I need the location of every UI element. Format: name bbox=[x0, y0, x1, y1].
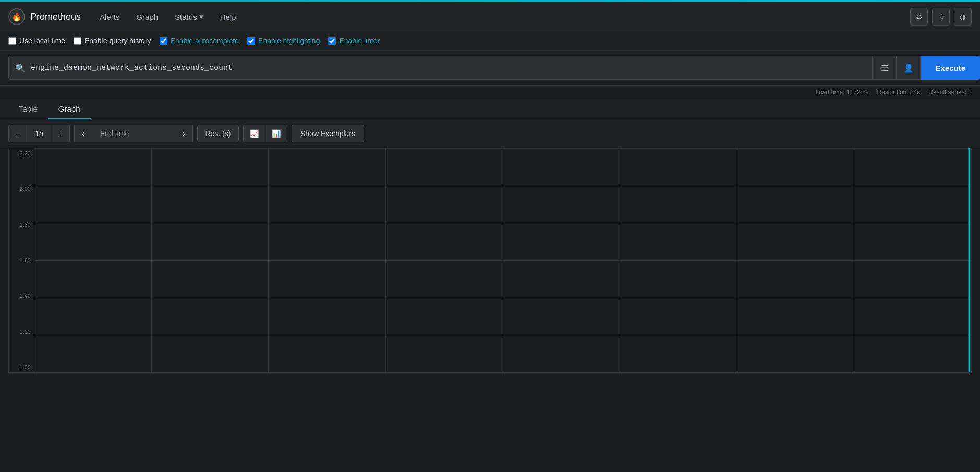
duration-group: − + bbox=[8, 125, 70, 142]
settings-button[interactable]: ⚙ bbox=[910, 8, 928, 26]
stacked-chart-icon: 📊 bbox=[272, 129, 281, 138]
line-chart-icon: 📈 bbox=[250, 129, 259, 138]
chart-area: 2.20 2.00 1.80 1.60 1.40 1.20 1.00 bbox=[8, 148, 972, 373]
enable-autocomplete-input[interactable] bbox=[160, 37, 167, 45]
query-history-button[interactable]: ☰ bbox=[873, 56, 897, 80]
history-icon: ☰ bbox=[881, 63, 888, 73]
y-label-160: 1.60 bbox=[12, 257, 31, 263]
search-row: 🔍 ☰ 👤 Execute bbox=[0, 51, 980, 86]
nav-help[interactable]: Help bbox=[214, 8, 243, 26]
gear-icon: ⚙ bbox=[916, 13, 923, 21]
search-actions: ☰ 👤 Execute bbox=[873, 56, 980, 80]
decrease-duration-button[interactable]: − bbox=[8, 125, 26, 142]
tab-table[interactable]: Table bbox=[8, 99, 48, 119]
enable-query-history-label: Enable query history bbox=[84, 37, 151, 45]
moon-icon: ☽ bbox=[938, 13, 945, 21]
main-content: Load time: 1172ms Resolution: 14s Result… bbox=[0, 86, 980, 373]
result-series-stat: Result series: 3 bbox=[928, 89, 972, 96]
brand-name: Prometheus bbox=[30, 11, 81, 22]
enable-linter-label: Enable linter bbox=[339, 37, 380, 45]
enable-highlighting-input[interactable] bbox=[247, 37, 255, 45]
enable-linter-input[interactable] bbox=[328, 37, 336, 45]
chart-y-axis: 2.20 2.00 1.80 1.60 1.40 1.20 1.00 bbox=[9, 148, 34, 372]
show-exemplars-button[interactable]: Show Exemplars bbox=[292, 125, 364, 142]
tabs-container: Table Graph bbox=[0, 99, 980, 119]
load-time-stat: Load time: 1172ms bbox=[816, 89, 869, 96]
enable-linter-checkbox[interactable]: Enable linter bbox=[328, 37, 380, 45]
use-local-time-label: Use local time bbox=[19, 37, 65, 45]
y-label-200: 2.00 bbox=[12, 186, 31, 192]
use-local-time-input[interactable] bbox=[8, 37, 16, 45]
resolution-stat: Resolution: 14s bbox=[877, 89, 921, 96]
y-label-140: 1.40 bbox=[12, 293, 31, 299]
chart-grid bbox=[34, 148, 971, 372]
enable-highlighting-checkbox[interactable]: Enable highlighting bbox=[247, 37, 320, 45]
enable-autocomplete-label: Enable autocomplete bbox=[171, 37, 239, 45]
prev-time-button[interactable]: ‹ bbox=[74, 125, 92, 142]
brand: 🔥 Prometheus bbox=[8, 8, 81, 25]
user-icon: 👤 bbox=[903, 63, 914, 73]
y-label-220: 2.20 bbox=[12, 150, 31, 156]
navbar: 🔥 Prometheus Alerts Graph Status ▾ Help … bbox=[0, 2, 980, 31]
duration-input[interactable] bbox=[26, 125, 52, 142]
y-label-120: 1.20 bbox=[12, 329, 31, 335]
chevron-down-icon: ▾ bbox=[199, 12, 203, 21]
nav-alerts[interactable]: Alerts bbox=[93, 8, 126, 26]
contrast-icon: ◑ bbox=[960, 13, 966, 21]
next-time-button[interactable]: › bbox=[175, 125, 193, 142]
metrics-explorer-button[interactable]: 👤 bbox=[897, 56, 921, 80]
search-icon: 🔍 bbox=[15, 63, 26, 73]
use-local-time-checkbox[interactable]: Use local time bbox=[8, 37, 65, 45]
brand-logo: 🔥 bbox=[8, 8, 25, 25]
enable-query-history-checkbox[interactable]: Enable query history bbox=[74, 37, 151, 45]
y-label-180: 1.80 bbox=[12, 222, 31, 228]
chart-type-group: 📈 📊 bbox=[243, 125, 287, 142]
stacked-chart-button[interactable]: 📊 bbox=[265, 125, 287, 142]
nav-status[interactable]: Status ▾ bbox=[168, 8, 210, 26]
end-time-display[interactable]: End time bbox=[92, 125, 175, 142]
nav-right: ⚙ ☽ ◑ bbox=[910, 8, 972, 26]
nav-graph[interactable]: Graph bbox=[130, 8, 164, 26]
theme-moon-button[interactable]: ☽ bbox=[932, 8, 950, 26]
enable-query-history-input[interactable] bbox=[74, 37, 81, 45]
resolution-button[interactable]: Res. (s) bbox=[197, 125, 239, 142]
theme-contrast-button[interactable]: ◑ bbox=[954, 8, 972, 26]
line-chart-button[interactable]: 📈 bbox=[243, 125, 265, 142]
y-label-100: 1.00 bbox=[12, 364, 31, 370]
search-container: 🔍 bbox=[8, 56, 873, 80]
toolbar-row: Use local time Enable query history Enab… bbox=[0, 31, 980, 51]
tab-graph[interactable]: Graph bbox=[48, 99, 91, 119]
time-range-group: ‹ End time › bbox=[74, 125, 193, 142]
increase-duration-button[interactable]: + bbox=[52, 125, 70, 142]
result-stats: Load time: 1172ms Resolution: 14s Result… bbox=[0, 86, 980, 99]
chart-line-svg bbox=[34, 148, 971, 372]
search-input[interactable] bbox=[31, 64, 866, 72]
enable-autocomplete-checkbox[interactable]: Enable autocomplete bbox=[160, 37, 239, 45]
nav-links: Alerts Graph Status ▾ Help bbox=[93, 8, 898, 26]
enable-highlighting-label: Enable highlighting bbox=[258, 37, 320, 45]
execute-button[interactable]: Execute bbox=[921, 56, 980, 80]
graph-controls: − + ‹ End time › Res. (s) 📈 📊 Show Exemp… bbox=[0, 119, 980, 148]
